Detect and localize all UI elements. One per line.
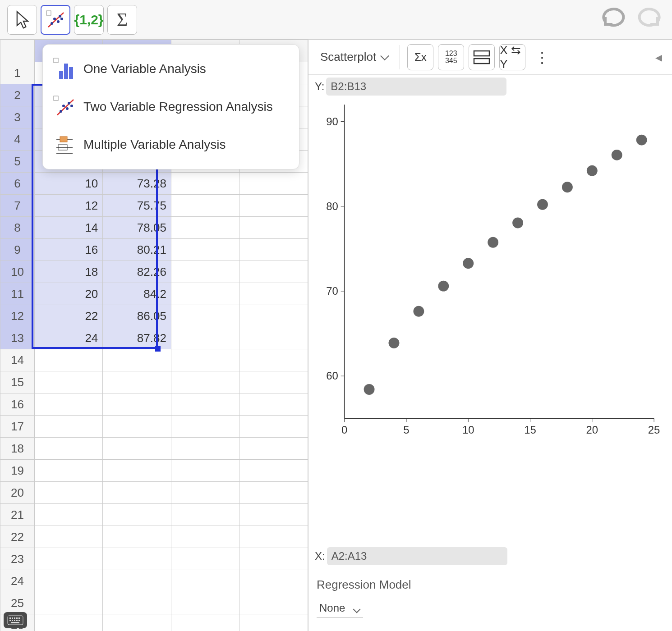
menu-item-one-variable[interactable]: One Variable Analysis	[46, 50, 295, 88]
cell[interactable]	[239, 614, 308, 631]
row-header[interactable]: 20	[0, 482, 35, 504]
cell[interactable]	[239, 349, 308, 371]
cell[interactable]	[171, 217, 239, 239]
cell[interactable]	[239, 305, 308, 327]
cell[interactable]	[171, 283, 239, 305]
cell[interactable]	[34, 393, 103, 416]
cell[interactable]	[103, 438, 171, 460]
move-tool-button[interactable]	[7, 5, 37, 35]
cell[interactable]	[103, 393, 171, 416]
undo-button[interactable]	[598, 6, 630, 33]
cell[interactable]: 82.26	[103, 261, 171, 283]
keyboard-button[interactable]	[4, 612, 27, 628]
scatterplot[interactable]: 051015202560708090	[313, 96, 663, 445]
cell[interactable]	[103, 592, 171, 614]
cell[interactable]	[171, 349, 239, 371]
cell[interactable]	[239, 173, 308, 195]
analysis-tool-button[interactable]	[41, 5, 70, 35]
cell[interactable]: 75.75	[103, 195, 171, 217]
regression-model-select[interactable]: None	[317, 599, 363, 617]
swap-xy-button[interactable]: X ⇆ Y	[499, 44, 525, 70]
cell[interactable]	[171, 393, 239, 416]
row-header[interactable]: 15	[0, 371, 35, 393]
row-header[interactable]: 13	[0, 327, 35, 349]
cell[interactable]	[34, 460, 103, 482]
cell[interactable]	[103, 349, 171, 371]
row-header[interactable]: 22	[0, 526, 35, 548]
cell[interactable]	[239, 195, 308, 217]
cell[interactable]: 14	[34, 217, 103, 239]
cell[interactable]	[171, 261, 239, 283]
menu-item-two-variable[interactable]: Two Variable Regression Analysis	[46, 88, 295, 126]
cell[interactable]	[239, 482, 308, 504]
cell[interactable]	[239, 548, 308, 570]
x-range-input[interactable]: A2:A13	[327, 547, 507, 565]
cell[interactable]	[171, 504, 239, 526]
cell[interactable]	[171, 548, 239, 570]
cell[interactable]	[239, 570, 308, 592]
row-header[interactable]: 1	[0, 62, 35, 84]
cell[interactable]	[171, 371, 239, 393]
cell[interactable]	[34, 349, 103, 371]
cell[interactable]: 78.05	[103, 217, 171, 239]
cell[interactable]	[34, 592, 103, 614]
cell[interactable]: 86.05	[103, 305, 171, 327]
cell[interactable]	[239, 283, 308, 305]
row-header[interactable]: 6	[0, 173, 35, 195]
cell[interactable]: 24	[34, 327, 103, 349]
cell[interactable]	[171, 614, 239, 631]
cell[interactable]: 22	[34, 305, 103, 327]
cell[interactable]	[103, 504, 171, 526]
row-header[interactable]: 17	[0, 416, 35, 438]
row-header[interactable]: 16	[0, 393, 35, 416]
row-header[interactable]: 25	[0, 592, 35, 614]
row-header[interactable]: 10	[0, 261, 35, 283]
row-header[interactable]: 7	[0, 195, 35, 217]
cell[interactable]	[34, 526, 103, 548]
cell[interactable]	[34, 504, 103, 526]
cell[interactable]: 16	[34, 239, 103, 261]
cell[interactable]: 73.28	[103, 173, 171, 195]
cell[interactable]	[239, 371, 308, 393]
cell[interactable]	[171, 438, 239, 460]
cell[interactable]: 87.82	[103, 327, 171, 349]
cell[interactable]: 12	[34, 195, 103, 217]
cell[interactable]	[171, 239, 239, 261]
cell[interactable]	[239, 416, 308, 438]
cell[interactable]	[239, 261, 308, 283]
cell[interactable]	[34, 438, 103, 460]
cell[interactable]	[103, 416, 171, 438]
cell[interactable]	[103, 526, 171, 548]
sigma-tool-button[interactable]: Σ	[107, 5, 137, 35]
row-header[interactable]: 19	[0, 460, 35, 482]
cell[interactable]	[34, 548, 103, 570]
row-header[interactable]: 21	[0, 504, 35, 526]
show-statistics-button[interactable]: Σx	[407, 44, 433, 70]
cell[interactable]: 84.2	[103, 283, 171, 305]
cell[interactable]	[171, 592, 239, 614]
more-options-button[interactable]: ⋮	[530, 48, 554, 66]
cell[interactable]	[171, 460, 239, 482]
row-header[interactable]: 18	[0, 438, 35, 460]
cell[interactable]	[239, 393, 308, 416]
cell[interactable]: 18	[34, 261, 103, 283]
show-data-button[interactable]: 123 345	[438, 44, 464, 70]
cell[interactable]	[171, 195, 239, 217]
cell[interactable]	[171, 305, 239, 327]
cell[interactable]	[239, 239, 308, 261]
cell[interactable]	[239, 438, 308, 460]
cell[interactable]	[171, 482, 239, 504]
cell[interactable]	[239, 526, 308, 548]
cell[interactable]	[103, 482, 171, 504]
row-header[interactable]: 9	[0, 239, 35, 261]
row-header[interactable]: 5	[0, 151, 35, 173]
row-header[interactable]: 14	[0, 349, 35, 371]
cell[interactable]	[34, 371, 103, 393]
cell[interactable]	[103, 548, 171, 570]
collapse-pane-button[interactable]: ◂	[646, 49, 666, 65]
row-header[interactable]: 11	[0, 283, 35, 305]
row-header[interactable]: 2	[0, 84, 35, 106]
cell[interactable]	[171, 570, 239, 592]
cell[interactable]	[239, 460, 308, 482]
row-header[interactable]: 23	[0, 548, 35, 570]
